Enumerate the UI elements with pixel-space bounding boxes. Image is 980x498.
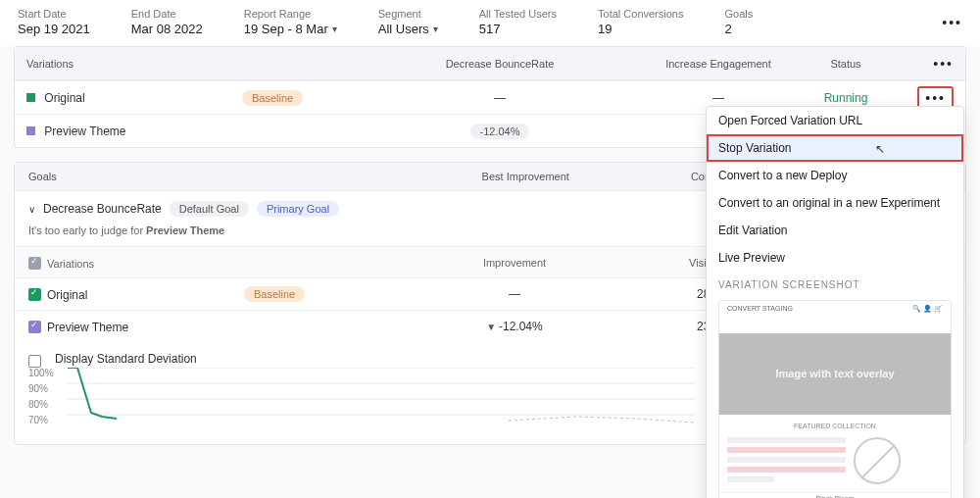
value[interactable]: All Users ▾ [378,22,438,36]
menu-convert-deploy[interactable]: Convert to a new Deploy [707,162,963,189]
variation-name: Original [26,91,242,105]
col-best-improvement: Best Improvement [419,171,632,182]
screenshot-section-label: VARIATION SCREENSHOT [707,272,963,294]
menu-convert-experiment[interactable]: Convert to an original in a new Experime… [707,189,963,217]
summary-end-date: End Date Mar 08 2022 [131,8,203,36]
text: 19 Sep - 8 Mar [244,22,328,36]
text: It's too early to judge for [28,224,146,236]
value: 517 [479,22,557,36]
status-value: Running [797,91,895,105]
summary-start-date: Start Date Sep 19 2021 [18,8,90,36]
label: End Date [131,8,203,20]
summary-total-conversions: Total Conversions 19 [598,8,683,36]
thumb-hero: Image with text overlay [719,333,951,415]
thumb-col [727,437,846,484]
value: 19 [598,22,683,36]
checkbox-icon[interactable] [28,355,41,368]
text: Preview Theme [44,124,125,138]
color-swatch-icon [26,93,35,102]
checkbox-icon[interactable] [28,288,41,301]
goals-title: Goals [28,171,419,182]
ytick: 100% [28,368,54,378]
thumb-section-title: FEATURED COLLECTION [719,423,951,429]
label: Total Conversions [598,8,683,20]
label: All Tested Users [479,8,557,20]
name: Preview Theme [47,321,128,334]
placeholder-bar [727,476,774,482]
hero-title: Image with text overlay [775,368,894,379]
no-image-icon [854,437,901,484]
default-goal-badge: Default Goal [170,201,249,217]
color-swatch-icon [26,126,35,135]
chevron-down-icon: ▾ [332,24,337,34]
checkbox-icon[interactable] [28,321,41,333]
label: Goals [724,8,753,20]
ytick: 80% [28,399,48,410]
placeholder-bar [727,467,846,473]
primary-goal-badge: Primary Goal [257,201,339,217]
summary-segment[interactable]: Segment All Users ▾ [378,8,438,36]
menu-stop-variation[interactable]: Stop Variation [707,134,963,162]
value: 2 [724,22,753,36]
sparkline [68,368,695,426]
text: Original [44,91,84,105]
icons: 🔍 👤 🛒 [912,305,943,313]
pill: -12.04% [470,124,530,139]
label: Report Range [244,8,337,20]
summary-report-range[interactable]: Report Range 19 Sep - 8 Mar ▾ [244,8,337,36]
variation-name: Preview Theme [26,124,242,138]
col: Improvement [381,257,648,269]
summary-tested-users: All Tested Users 517 [479,8,557,36]
menu-open-forced-url[interactable]: Open Forced Variation URL [707,107,963,134]
label: Segment [378,8,438,20]
menu-edit-variation[interactable]: Edit Variation [707,217,963,244]
thumb-topbar: CONVERT STAGING 🔍 👤 🛒 [719,301,951,316]
thumb-body [719,429,951,492]
variation-screenshot-thumb: CONVERT STAGING 🔍 👤 🛒 Image with text ov… [707,294,963,498]
chevron-down-icon: ▾ [433,24,438,34]
decrease-value: -12.04% [360,124,640,139]
chevron-down-icon: ∨ [28,204,35,215]
decrease-value: — [360,91,640,105]
goal-name: Decrease BounceRate [43,202,162,216]
variations-header-more[interactable]: ••• [933,56,954,72]
summary-goals: Goals 2 [724,8,753,36]
label: Display Standard Deviation [55,352,197,366]
placeholder-bar [727,457,846,463]
bold: Preview Theme [146,224,224,236]
variation-context-menu: Open Forced Variation URL Stop Variation… [706,106,964,498]
menu-live-preview[interactable]: Live Preview [707,244,963,272]
summary-bar: Start Date Sep 19 2021 End Date Mar 08 2… [0,0,980,46]
col: Variations [47,258,94,270]
text: All Users [378,22,429,36]
improvement: — [381,287,648,301]
value[interactable]: 19 Sep - 8 Mar ▾ [244,22,337,36]
value: Sep 19 2021 [18,22,90,36]
thumb-foot: Black Bloom [719,492,951,498]
brand: CONVERT STAGING [727,305,793,312]
placeholder-bar [727,447,846,453]
checkbox-icon[interactable] [28,257,41,270]
ytick: 90% [28,383,48,394]
ytick: 70% [28,415,48,425]
baseline-badge: Baseline [244,286,305,302]
summary-more-button[interactable]: ••• [942,15,962,30]
variations-header-row: Variations Decrease BounceRate Increase … [15,47,965,80]
increase-value: — [640,91,797,105]
baseline-badge: Baseline [242,90,303,106]
col-decrease-bounce: Decrease BounceRate [360,58,640,70]
label: Start Date [18,8,90,20]
name: Original [47,288,87,302]
placeholder-bar [727,437,846,443]
col-status: Status [797,58,895,70]
col-increase-engage: Increase Engagement [640,58,797,70]
value: Mar 08 2022 [131,22,203,36]
col-variations: Variations [26,58,242,70]
improvement: -12.04% [381,320,648,333]
thumb: CONVERT STAGING 🔍 👤 🛒 Image with text ov… [718,300,952,498]
